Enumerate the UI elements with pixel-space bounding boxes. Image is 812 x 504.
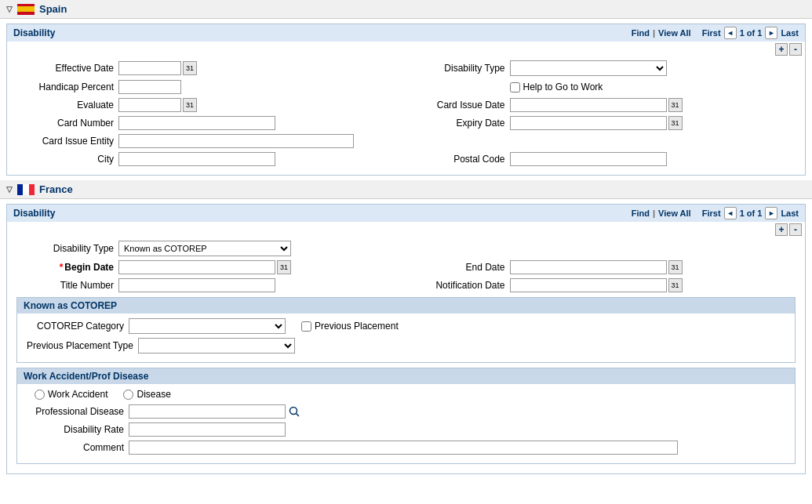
- spain-disability-type-label: Disability Type: [408, 63, 510, 74]
- france-disability-type-select[interactable]: Known as COTOREP: [118, 241, 291, 256]
- france-cotorep-row1: COTOREP Category Previous Placement: [27, 318, 785, 334]
- france-work-accident-body: Work Accident Disease Professional Disea…: [17, 384, 795, 463]
- france-cotorep-cat-group: COTOREP Category: [27, 318, 286, 334]
- france-disease-radio[interactable]: [123, 390, 133, 400]
- spain-row2: Handicap Percent Help to Go to Work: [16, 80, 796, 94]
- france-begin-date-input[interactable]: [118, 260, 275, 274]
- france-begin-date-cal[interactable]: 31: [277, 260, 291, 274]
- spain-card-issue-date-group: Card Issue Date 31: [408, 98, 796, 112]
- france-end-date-input[interactable]: [510, 260, 667, 274]
- france-disability-rate-label: Disability Rate: [27, 424, 129, 435]
- france-notification-date-cal[interactable]: 31: [668, 278, 683, 292]
- spain-section-nav: Find | View All First ◄ 1 of 1 ► Last: [632, 27, 799, 39]
- france-cotorep-cat-select[interactable]: [129, 318, 286, 334]
- spain-expiry-date-cal[interactable]: 31: [668, 116, 683, 130]
- france-work-accident-subsection: Work Accident/Prof Disease Work Accident…: [16, 368, 796, 464]
- spain-first-label: First: [702, 28, 721, 38]
- spain-add-btn[interactable]: +: [775, 43, 788, 56]
- france-work-accident-radio[interactable]: [35, 390, 45, 400]
- france-prev-placement-group: Previous Placement: [301, 321, 399, 332]
- france-last-label: Last: [781, 208, 799, 218]
- france-disability-type-group: Disability Type Known as COTOREP: [16, 241, 291, 256]
- france-prev-placement-label: Previous Placement: [315, 321, 399, 332]
- france-notification-date-input[interactable]: [510, 278, 667, 292]
- france-section-nav: Find | View All First ◄ 1 of 1 ► Last: [632, 207, 799, 219]
- spain-handicap-label: Handicap Percent: [16, 82, 118, 92]
- france-prof-disease-search[interactable]: [287, 404, 301, 419]
- france-add-btn[interactable]: +: [775, 223, 788, 236]
- spain-city-input[interactable]: [118, 152, 275, 166]
- france-title-number-label: Title Number: [16, 280, 118, 291]
- spain-section-title: Disability: [13, 27, 55, 38]
- france-end-date-cal[interactable]: 31: [668, 260, 683, 274]
- france-add-remove: + -: [7, 222, 805, 236]
- spain-help-work-checkbox[interactable]: [510, 82, 520, 92]
- spain-effective-date-input[interactable]: [118, 61, 181, 75]
- spain-row1: Effective Date 31 Disability Type: [16, 60, 796, 76]
- france-notification-date-group: Notification Date 31: [408, 278, 796, 292]
- france-title-number-input[interactable]: [118, 278, 275, 292]
- spain-disability-type-select[interactable]: [510, 60, 667, 76]
- spain-evaluate-cal[interactable]: 31: [183, 98, 197, 112]
- spain-find-link[interactable]: Find: [632, 28, 650, 38]
- france-first-label: First: [702, 208, 721, 218]
- france-next-btn[interactable]: ►: [765, 207, 777, 219]
- france-work-accident-radio-label: Work Accident: [48, 389, 107, 400]
- spain-expiry-date-input[interactable]: [510, 116, 667, 130]
- spain-city-group: City: [16, 152, 405, 166]
- france-row1: Disability Type Known as COTOREP: [16, 241, 796, 256]
- spain-card-issue-date-cal[interactable]: 31: [668, 98, 683, 112]
- france-disability-section: Disability Find | View All First ◄ 1 of …: [6, 204, 806, 474]
- spain-country-header: ▽ Spain: [0, 0, 812, 19]
- spain-prev-btn[interactable]: ◄: [724, 27, 737, 39]
- spain-form-body: Effective Date 31 Disability Type Handic…: [7, 56, 805, 175]
- france-title-number-group: Title Number: [16, 278, 405, 292]
- spain-next-btn[interactable]: ►: [765, 27, 777, 39]
- spain-postal-code-input[interactable]: [510, 152, 667, 166]
- spain-evaluate-input[interactable]: [118, 98, 181, 112]
- spain-handicap-group: Handicap Percent: [16, 80, 405, 94]
- spain-effective-date-cal[interactable]: 31: [183, 61, 197, 75]
- france-view-all-link[interactable]: View All: [658, 208, 691, 218]
- spain-evaluate-group: Evaluate 31: [16, 98, 405, 112]
- spain-card-issue-entity-input[interactable]: [118, 134, 354, 148]
- spain-handicap-input[interactable]: [118, 80, 181, 94]
- spain-expiry-date-label: Expiry Date: [408, 118, 510, 129]
- france-prev-placement-checkbox[interactable]: [301, 321, 311, 332]
- spain-help-work-label: Help to Go to Work: [523, 82, 603, 92]
- spain-card-issue-date-input[interactable]: [510, 98, 667, 112]
- france-find-link[interactable]: Find: [632, 208, 650, 218]
- spain-expiry-date-group: Expiry Date 31: [408, 116, 796, 130]
- france-label: France: [39, 183, 73, 195]
- france-disease-radio-label: Disease: [137, 389, 170, 400]
- france-comment-input[interactable]: [129, 441, 678, 455]
- spain-postal-code-group: Postal Code: [408, 152, 796, 166]
- france-rem-btn[interactable]: -: [789, 223, 802, 236]
- france-comment-label: Comment: [27, 442, 129, 453]
- france-notification-date-label: Notification Date: [408, 280, 510, 291]
- spain-effective-date-label: Effective Date: [16, 63, 118, 74]
- france-section-header: Disability Find | View All First ◄ 1 of …: [7, 205, 805, 222]
- spain-card-issue-entity-group: Card Issue Entity: [16, 134, 354, 148]
- france-prev-placement-type-select[interactable]: [138, 338, 295, 354]
- spain-card-number-input[interactable]: [118, 116, 275, 130]
- svg-line-1: [297, 414, 300, 417]
- france-work-accident-radio-group: Work Accident: [35, 389, 107, 400]
- spain-row5: Card Issue Entity: [16, 134, 796, 148]
- france-row3: Title Number Notification Date 31: [16, 278, 796, 292]
- france-prev-placement-type-group: Previous Placement Type: [27, 338, 295, 354]
- france-triangle-icon: ▽: [6, 185, 13, 194]
- spain-row6: City Postal Code: [16, 152, 796, 166]
- spain-row3: Evaluate 31 Card Issue Date 31: [16, 98, 796, 112]
- france-comment-row: Comment: [27, 441, 785, 455]
- france-disability-rate-input[interactable]: [129, 422, 286, 437]
- france-prof-disease-label: Professional Disease: [27, 406, 129, 417]
- france-nav-sep1: |: [653, 208, 655, 218]
- france-prev-btn[interactable]: ◄: [724, 207, 737, 219]
- spain-rem-btn[interactable]: -: [789, 43, 802, 56]
- spain-disability-type-group: Disability Type: [408, 60, 796, 76]
- france-prof-disease-input[interactable]: [129, 404, 286, 419]
- spain-view-all-link[interactable]: View All: [658, 28, 691, 38]
- triangle-icon: ▽: [6, 5, 13, 13]
- france-disability-rate-group: Disability Rate: [27, 422, 286, 437]
